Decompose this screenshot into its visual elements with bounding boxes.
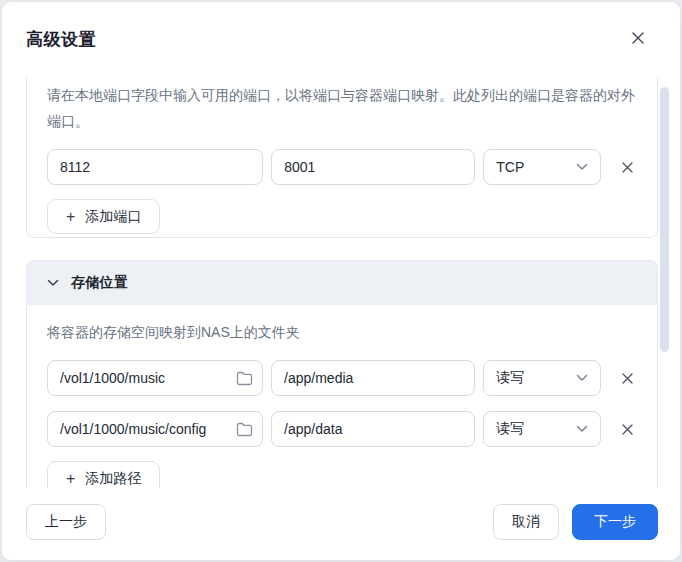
permission-select-value: 读写 bbox=[496, 420, 524, 438]
close-button[interactable] bbox=[626, 26, 650, 50]
storage-section-header[interactable]: 存储位置 bbox=[27, 261, 657, 305]
container-path-input[interactable] bbox=[271, 411, 475, 447]
storage-section-title: 存储位置 bbox=[71, 274, 128, 292]
permission-select[interactable]: 读写 bbox=[483, 360, 601, 396]
port-mapping-row: TCP bbox=[47, 149, 637, 185]
container-path-input[interactable] bbox=[271, 360, 475, 396]
chevron-down-icon bbox=[576, 374, 588, 382]
next-button[interactable]: 下一步 bbox=[572, 504, 658, 540]
advanced-settings-dialog: 高级设置 请在本地端口字段中输入可用的端口，以将端口与容器端口映射。此处列出的端… bbox=[1, 1, 681, 561]
storage-section: 存储位置 将容器的存储空间映射到NAS上的文件夹 读 bbox=[26, 260, 658, 488]
chevron-down-icon bbox=[47, 279, 59, 287]
remove-icon bbox=[621, 161, 634, 174]
protocol-select-value: TCP bbox=[496, 159, 524, 175]
host-path-input[interactable] bbox=[47, 411, 263, 447]
container-port-input[interactable] bbox=[271, 149, 475, 185]
storage-mapping-row: 读写 bbox=[47, 360, 637, 396]
ports-description: 请在本地端口字段中输入可用的端口，以将端口与容器端口映射。此处列出的端口是容器的… bbox=[47, 82, 637, 134]
protocol-select[interactable]: TCP bbox=[483, 149, 601, 185]
cancel-button[interactable]: 取消 bbox=[493, 504, 559, 540]
folder-icon bbox=[236, 422, 253, 437]
host-path-field bbox=[47, 360, 263, 396]
remove-port-row-button[interactable] bbox=[617, 157, 637, 177]
storage-description: 将容器的存储空间映射到NAS上的文件夹 bbox=[47, 319, 637, 345]
permission-select-value: 读写 bbox=[496, 369, 524, 387]
remove-storage-row-button[interactable] bbox=[617, 419, 637, 439]
storage-mapping-row: 读写 bbox=[47, 411, 637, 447]
dialog-scroll-area: 请在本地端口字段中输入可用的端口，以将端口与容器端口映射。此处列出的端口是容器的… bbox=[2, 77, 680, 488]
remove-icon bbox=[621, 423, 634, 436]
dialog-footer: 上一步 取消 下一步 bbox=[2, 484, 680, 560]
close-icon bbox=[631, 31, 645, 45]
scrollbar-thumb[interactable] bbox=[660, 87, 669, 352]
browse-folder-button[interactable] bbox=[234, 419, 254, 439]
browse-folder-button[interactable] bbox=[234, 368, 254, 388]
add-port-button-label: 添加端口 bbox=[85, 208, 141, 226]
chevron-down-icon bbox=[576, 163, 588, 171]
local-port-input[interactable] bbox=[47, 149, 263, 185]
remove-icon bbox=[621, 372, 634, 385]
folder-icon bbox=[236, 371, 253, 386]
back-button[interactable]: 上一步 bbox=[26, 504, 106, 540]
add-port-button[interactable]: + 添加端口 bbox=[47, 199, 160, 234]
dialog-title: 高级设置 bbox=[26, 28, 656, 51]
permission-select[interactable]: 读写 bbox=[483, 411, 601, 447]
ports-section: 请在本地端口字段中输入可用的端口，以将端口与容器端口映射。此处列出的端口是容器的… bbox=[26, 77, 658, 238]
remove-storage-row-button[interactable] bbox=[617, 368, 637, 388]
footer-actions: 取消 下一步 bbox=[493, 504, 658, 540]
chevron-down-icon bbox=[576, 425, 588, 433]
plus-icon: + bbox=[66, 209, 75, 225]
host-path-field bbox=[47, 411, 263, 447]
dialog-header: 高级设置 bbox=[2, 2, 680, 51]
host-path-input[interactable] bbox=[47, 360, 263, 396]
